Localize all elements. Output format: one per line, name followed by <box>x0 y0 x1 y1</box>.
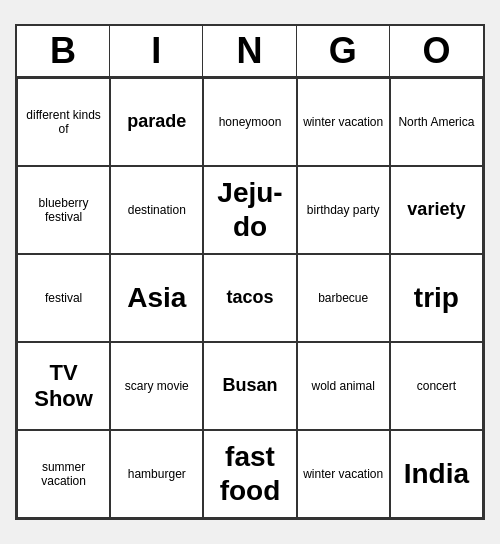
bingo-grid: different kinds ofparadehoneymoonwinter … <box>17 78 483 518</box>
bingo-cell: summer vacation <box>17 430 110 518</box>
bingo-cell: trip <box>390 254 483 342</box>
header-letter: B <box>17 26 110 76</box>
header-letter: G <box>297 26 390 76</box>
bingo-cell: winter vacation <box>297 78 390 166</box>
bingo-cell: scary movie <box>110 342 203 430</box>
bingo-cell: wold animal <box>297 342 390 430</box>
bingo-cell: TV Show <box>17 342 110 430</box>
bingo-cell: Jeju-do <box>203 166 296 254</box>
header-letter: N <box>203 26 296 76</box>
bingo-cell: hamburger <box>110 430 203 518</box>
bingo-cell: fast food <box>203 430 296 518</box>
bingo-cell: different kinds of <box>17 78 110 166</box>
bingo-header: BINGO <box>17 26 483 78</box>
bingo-cell: concert <box>390 342 483 430</box>
bingo-cell: Busan <box>203 342 296 430</box>
bingo-cell: tacos <box>203 254 296 342</box>
header-letter: O <box>390 26 483 76</box>
bingo-cell: Asia <box>110 254 203 342</box>
bingo-cell: variety <box>390 166 483 254</box>
bingo-cell: India <box>390 430 483 518</box>
bingo-cell: winter vacation <box>297 430 390 518</box>
bingo-cell: barbecue <box>297 254 390 342</box>
bingo-cell: honeymoon <box>203 78 296 166</box>
bingo-card: BINGO different kinds ofparadehoneymoonw… <box>15 24 485 520</box>
bingo-cell: blueberry festival <box>17 166 110 254</box>
bingo-cell: North America <box>390 78 483 166</box>
bingo-cell: birthday party <box>297 166 390 254</box>
header-letter: I <box>110 26 203 76</box>
bingo-cell: destination <box>110 166 203 254</box>
bingo-cell: festival <box>17 254 110 342</box>
bingo-cell: parade <box>110 78 203 166</box>
